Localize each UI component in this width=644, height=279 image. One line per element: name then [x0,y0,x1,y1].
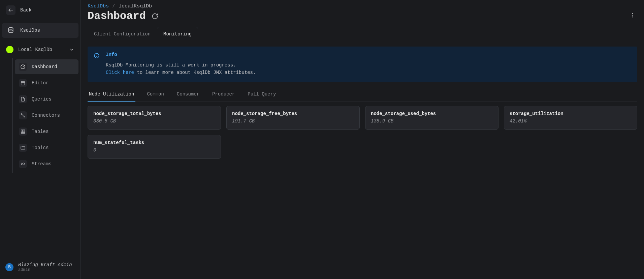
sidebar-ksqldbs-label: KsqlDbs [20,28,40,33]
sidebar-item-label: Queries [32,96,52,102]
sidebar-item-label: Streams [32,161,52,167]
overflow-menu-button[interactable] [628,10,637,20]
refresh-icon[interactable] [151,12,159,20]
metric-value: 191.7 GB [232,118,354,124]
metric-card: num_stateful_tasks 0 [88,135,221,159]
back-label: Back [20,7,32,13]
sidebar-item-tables[interactable]: Tables [15,124,78,139]
database-icon [6,26,15,35]
info-title: Info [106,52,256,57]
page-title-row: Dashboard [88,10,628,22]
svg-rect-3 [21,81,25,85]
info-line2-rest: to learn more about KsqlDb JMX attribute… [134,70,256,75]
metric-cards: node_storage_total_bytes 330.5 GB node_s… [88,106,637,159]
tab-monitoring[interactable]: Monitoring [157,27,198,41]
metric-value: 0 [93,147,215,153]
tab-pull-query[interactable]: Pull Query [246,88,277,102]
inner-tabs: Node Utilization Common Consumer Produce… [88,88,637,102]
svg-point-13 [632,15,633,16]
metric-card: node_storage_free_bytes 191.7 GB [226,106,360,130]
sidebar-item-streams[interactable]: Streams [15,157,78,171]
metric-name: storage_utilization [510,111,632,116]
metric-card: node_storage_total_bytes 330.5 GB [88,106,221,130]
sidebar-ksqldbs-button[interactable]: KsqlDbs [2,23,78,38]
arrow-left-icon [6,5,15,15]
sidebar-item-label: Tables [32,129,49,134]
sidebar-item-dashboard[interactable]: Dashboard [15,59,78,74]
main-content: KsqlDbs / localKsqlDb Dashboard Client C… [81,0,644,279]
info-banner: Info KsqlDb Monitoring is still a work i… [88,47,637,82]
metric-value: 42.01% [510,118,632,124]
sidebar: Back KsqlDbs Local KsqlDb Dashboard [0,0,81,279]
sidebar-item-label: Editor [32,80,49,86]
back-button[interactable]: Back [2,3,78,18]
gauge-icon [19,63,27,71]
svg-point-14 [632,17,633,17]
info-link[interactable]: Click here [106,70,134,75]
sidebar-item-label: Dashboard [32,64,57,69]
sidebar-item-label: Topics [32,145,49,150]
info-body: KsqlDb Monitoring is still a work in pro… [106,61,256,77]
user-name: Blazing Kraft Admin [18,262,72,268]
sidebar-item-topics[interactable]: Topics [15,140,78,155]
metric-value: 138.9 GB [371,118,493,124]
sql-file-icon [19,95,27,103]
tab-consumer[interactable]: Consumer [175,88,201,102]
breadcrumb: KsqlDbs / localKsqlDb [88,3,628,9]
info-line1: KsqlDb Monitoring is still a work in pro… [106,62,236,68]
svg-point-6 [24,116,25,117]
connector-icon [19,111,27,119]
breadcrumb-current: localKsqlDb [119,3,152,9]
metric-value: 330.5 GB [93,118,215,124]
outer-tabs: Client Configuration Monitoring [88,27,637,41]
metric-name: node_storage_used_bytes [371,111,493,116]
user-profile[interactable]: B Blazing Kraft Admin admin [2,258,78,276]
page-title: Dashboard [88,10,146,22]
folder-icon [19,144,27,152]
sidebar-item-connectors[interactable]: Connectors [15,108,78,123]
tab-node-utilization[interactable]: Node Utilization [88,88,135,102]
breadcrumb-root-link[interactable]: KsqlDbs [88,3,109,9]
metric-name: node_storage_free_bytes [232,111,354,116]
svg-rect-7 [21,130,25,134]
metric-name: num_stateful_tasks [93,140,215,145]
metric-card: node_storage_used_bytes 138.9 GB [365,106,498,130]
user-avatar: B [5,263,13,271]
sidebar-local-ksqldb-label: Local KsqlDb [18,47,52,52]
sidebar-item-label: Connectors [32,113,60,118]
stream-icon [19,160,27,168]
calendar-icon [19,79,27,87]
svg-point-5 [21,114,22,115]
info-icon [94,53,100,77]
chevron-down-icon [69,47,74,52]
sidebar-nav-list: Dashboard Editor Queries Connectors [12,58,78,173]
table-icon [19,128,27,136]
metric-card: storage_utilization 42.01% [504,106,637,130]
metric-name: node_storage_total_bytes [93,111,215,116]
svg-point-12 [632,13,633,14]
breadcrumb-separator: / [112,3,115,9]
status-dot-icon [6,46,13,53]
tab-producer[interactable]: Producer [211,88,236,102]
sidebar-local-ksqldb-button[interactable]: Local KsqlDb [2,43,78,56]
svg-point-1 [8,28,13,29]
tab-common[interactable]: Common [146,88,165,102]
user-role: admin [18,268,72,272]
sidebar-item-queries[interactable]: Queries [15,92,78,107]
tab-client-configuration[interactable]: Client Configuration [88,27,157,41]
sidebar-item-editor[interactable]: Editor [15,76,78,90]
